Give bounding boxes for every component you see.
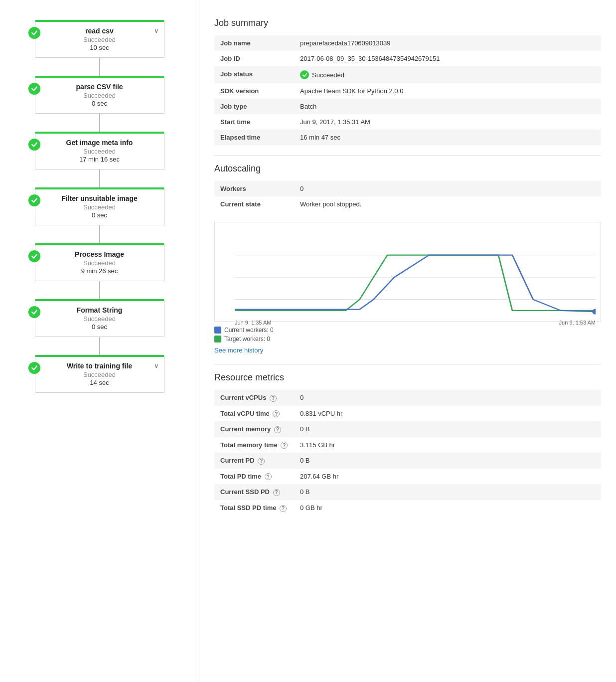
resource-value: 0.831 vCPU hr (294, 406, 601, 422)
resource-label: Total vCPU time ? (214, 406, 294, 422)
step-box-format-string[interactable]: Format StringSucceeded0 sec (35, 299, 164, 337)
divider-resources (214, 364, 601, 364)
job-info-value: Batch (294, 99, 601, 114)
job-info-label: Job status (214, 66, 294, 83)
resource-metrics-title: Resource metrics (214, 372, 601, 383)
job-info-row: Job statusSucceeded (214, 66, 601, 83)
resource-row: Current memory ?0 B (214, 421, 601, 437)
step-box-parse-csv[interactable]: parse CSV fileSucceeded0 sec (35, 76, 164, 114)
step-chevron-icon-write-training: ∨ (154, 362, 159, 369)
step-box-read-csv[interactable]: ∨read csvSucceeded10 sec (35, 20, 164, 58)
step-connector-process-image (99, 281, 100, 299)
autoscaling-chart: 2 4 6 Jun 9, 1:35 AM Jun 9, 1:53 AM (214, 222, 601, 322)
status-text: Succeeded (312, 71, 344, 79)
resource-value: 0 GB hr (294, 500, 601, 516)
resource-row: Total PD time ?207.64 GB hr (214, 469, 601, 485)
step-status-write-training: Succeeded (83, 371, 116, 378)
job-info-label: Job ID (214, 51, 294, 66)
resource-row: Total SSD PD time ?0 GB hr (214, 500, 601, 516)
step-box-filter-unsuitable[interactable]: Filter unsuitable imageSucceeded0 sec (35, 187, 164, 225)
resource-metrics-table: Current vCPUs ?0Total vCPU time ?0.831 v… (214, 390, 601, 516)
step-time-get-image-meta: 17 min 16 sec (79, 156, 120, 163)
help-icon[interactable]: ? (274, 426, 281, 433)
help-icon[interactable]: ? (258, 458, 265, 465)
autoscaling-label: Current state (214, 196, 294, 212)
job-details-panel: Job summary Job namepreparefacedata17060… (199, 0, 616, 682)
help-icon[interactable]: ? (273, 410, 280, 417)
step-time-format-string: 0 sec (92, 323, 107, 331)
step-title-filter-unsuitable: Filter unsuitable image (61, 194, 137, 202)
job-info-value: Succeeded (294, 66, 601, 83)
autoscaling-value: 0 (294, 181, 601, 196)
step-title-read-csv: read csv (85, 27, 114, 35)
step-time-process-image: 9 min 26 sec (81, 267, 118, 275)
divider-autoscaling (214, 155, 601, 156)
legend-target-color (214, 336, 221, 342)
autoscaling-row: Current stateWorker pool stopped. (214, 196, 601, 212)
job-info-row: Elapsed time16 min 47 sec (214, 130, 601, 145)
step-connector-read-csv (99, 58, 100, 76)
chart-x-label-start: Jun 9, 1:35 AM (235, 320, 271, 326)
legend-current-color (214, 327, 221, 334)
job-info-row: Job namepreparefacedata170609013039 (214, 35, 601, 51)
job-info-value: preparefacedata170609013039 (294, 35, 601, 51)
legend-target-label: Target workers: 0 (224, 336, 270, 342)
resource-label: Total SSD PD time ? (214, 500, 294, 516)
resource-value: 0 B (294, 421, 601, 437)
step-time-filter-unsuitable: 0 sec (92, 211, 107, 219)
step-status-process-image: Succeeded (83, 259, 116, 267)
step-status-format-string: Succeeded (83, 315, 116, 323)
autoscaling-title: Autoscaling (214, 164, 601, 174)
step-box-process-image[interactable]: Process ImageSucceeded9 min 26 sec (35, 243, 164, 281)
step-chevron-icon-read-csv: ∨ (154, 27, 159, 34)
legend-current-label: Current workers: 0 (224, 327, 274, 334)
autoscaling-value: Worker pool stopped. (294, 196, 601, 212)
step-time-parse-csv: 0 sec (92, 100, 107, 107)
help-icon[interactable]: ? (281, 442, 288, 449)
step-status-filter-unsuitable: Succeeded (83, 203, 116, 211)
job-info-row: SDK versionApache Beam SDK for Python 2.… (214, 83, 601, 99)
step-status-parse-csv: Succeeded (83, 92, 116, 99)
step-wrapper-filter-unsuitable: Filter unsuitable imageSucceeded0 sec (35, 187, 164, 243)
help-icon[interactable]: ? (270, 395, 277, 402)
resource-row: Total vCPU time ?0.831 vCPU hr (214, 406, 601, 422)
resource-label: Current vCPUs ? (214, 390, 294, 406)
step-check-format-string (28, 306, 40, 318)
job-info-row: Start timeJun 9, 2017, 1:35:31 AM (214, 114, 601, 130)
step-box-write-training[interactable]: ∨Write to training fileSucceeded14 sec (35, 355, 164, 393)
job-info-label: Elapsed time (214, 130, 294, 145)
step-check-get-image-meta (28, 139, 40, 151)
step-connector-format-string (99, 337, 100, 355)
step-title-write-training: Write to training file (67, 362, 132, 370)
step-time-read-csv: 10 sec (90, 44, 109, 51)
job-info-value: Jun 9, 2017, 1:35:31 AM (294, 114, 601, 130)
job-info-label: Job type (214, 99, 294, 114)
help-icon[interactable]: ? (265, 473, 272, 480)
job-info-label: Job name (214, 35, 294, 51)
step-title-process-image: Process Image (75, 250, 124, 258)
resource-value: 0 B (294, 484, 601, 500)
job-info-label: Start time (214, 114, 294, 130)
autoscaling-label: Workers (214, 181, 294, 196)
resource-row: Total memory time ?3.115 GB hr (214, 437, 601, 453)
step-title-get-image-meta: Get image meta info (66, 139, 133, 147)
step-check-process-image (28, 250, 40, 262)
legend-target-workers: Target workers: 0 (214, 336, 601, 342)
help-icon[interactable]: ? (273, 489, 280, 496)
step-box-get-image-meta[interactable]: Get image meta infoSucceeded17 min 16 se… (35, 132, 164, 170)
resource-label: Current PD ? (214, 453, 294, 469)
step-time-write-training: 14 sec (90, 379, 109, 386)
see-more-history-link[interactable]: See more history (214, 346, 601, 354)
step-check-read-csv (28, 27, 40, 39)
step-wrapper-parse-csv: parse CSV fileSucceeded0 sec (35, 76, 164, 132)
status-badge: Succeeded (300, 70, 595, 79)
legend-current-workers: Current workers: 0 (214, 327, 601, 334)
chart-svg: 2 4 6 (235, 227, 596, 316)
help-icon[interactable]: ? (280, 505, 287, 512)
autoscaling-row: Workers0 (214, 181, 601, 196)
resource-label: Total PD time ? (214, 469, 294, 485)
autoscaling-table: Workers0Current stateWorker pool stopped… (214, 181, 601, 212)
job-summary-title: Job summary (214, 18, 601, 28)
job-info-label: SDK version (214, 83, 294, 99)
step-check-write-training (28, 362, 40, 374)
